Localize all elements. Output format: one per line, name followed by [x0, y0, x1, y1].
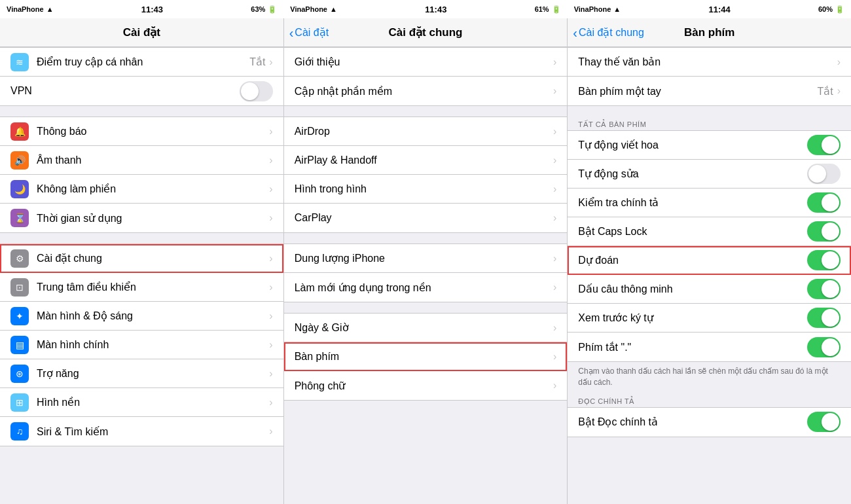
settings-item[interactable]: ♫Siri & Tìm kiếm›: [0, 417, 283, 446]
settings-item[interactable]: Tự động viết hoa: [568, 131, 851, 160]
status-right: 60% 🔋: [818, 5, 844, 14]
settings-item[interactable]: Hình trong hình›: [284, 175, 568, 204]
settings-item[interactable]: AirPlay & Handoff›: [284, 146, 568, 175]
settings-item[interactable]: Cập nhật phần mềm›: [284, 77, 568, 105]
status-time: 11:44: [708, 5, 730, 14]
nav-bar: ‹Cài đặt chungBàn phím: [568, 18, 851, 47]
settings-group: Ngày & Giờ›Bàn phím›Phông chữ›: [284, 313, 568, 401]
nav-bar: ‹Cài đặtCài đặt chung: [284, 18, 568, 47]
settings-item[interactable]: Bật Caps Lock: [568, 217, 851, 246]
chevron-icon: ›: [553, 281, 556, 293]
settings-item[interactable]: Giới thiệu›: [284, 48, 568, 77]
chevron-icon: ›: [837, 56, 841, 68]
settings-item[interactable]: CarPlay›: [284, 204, 568, 232]
status-bar-3: VinaPhone ▲ 11:44 60% 🔋: [568, 0, 851, 18]
status-left: VinaPhone ▲: [290, 5, 337, 13]
nav-title: Cài đặt: [123, 26, 160, 39]
battery-icon: 🔋: [552, 5, 561, 14]
settings-item[interactable]: Ngày & Giờ›: [284, 314, 568, 342]
item-label: Trợ năng: [37, 367, 269, 380]
settings-item[interactable]: Thay thế văn bản›: [568, 48, 851, 77]
item-label: VPN: [10, 85, 240, 97]
toggle-switch[interactable]: [807, 192, 841, 213]
item-label: Tự động sửa: [578, 168, 807, 180]
status-time: 11:43: [425, 5, 446, 14]
toggle-group: Tự động viết hoaTự động sửaKiểm tra chín…: [568, 130, 851, 362]
toggle-thumb: [822, 223, 839, 240]
settings-group: ⚙Cài đặt chung›⊡Trung tâm điều khiển›✦Mà…: [0, 243, 283, 446]
settings-item[interactable]: VPN: [0, 77, 283, 105]
toggle-switch[interactable]: [807, 308, 841, 328]
settings-item[interactable]: 🌙Không làm phiền›: [0, 175, 283, 204]
settings-item[interactable]: Xem trước ký tự: [568, 304, 851, 333]
battery-percent: 61%: [535, 5, 549, 13]
item-label: CarPlay: [295, 212, 553, 224]
toggle-switch[interactable]: [807, 250, 841, 270]
nav-back-button[interactable]: ‹Cài đặt: [289, 26, 329, 39]
battery-icon: 🔋: [835, 5, 844, 14]
item-icon: ⊛: [10, 365, 29, 383]
settings-item[interactable]: Tự động sửa: [568, 160, 851, 189]
settings-item[interactable]: ⊡Trung tâm điều khiển›: [0, 273, 283, 302]
item-label: Cập nhật phần mềm: [295, 85, 553, 98]
panel-1: Cài đặt≋Điểm truy cập cá nhânTắt›VPN🔔Thô…: [0, 18, 284, 504]
toggle-switch[interactable]: [807, 337, 841, 357]
settings-item[interactable]: 🔔Thông báo›: [0, 117, 283, 146]
settings-item[interactable]: Bàn phím›: [284, 342, 568, 371]
settings-item[interactable]: Kiểm tra chính tả: [568, 189, 851, 217]
chevron-icon: ›: [269, 368, 272, 380]
settings-item[interactable]: Làm mới ứng dụng trong nền›: [284, 273, 568, 302]
item-label: Siri & Tìm kiếm: [37, 425, 269, 438]
status-time: 11:43: [141, 5, 163, 14]
settings-item[interactable]: Dự đoán: [568, 246, 851, 275]
settings-item[interactable]: Phông chữ›: [284, 371, 568, 400]
item-label: Phím tắt ".": [578, 341, 807, 353]
settings-group: AirDrop›AirPlay & Handoff›Hình trong hìn…: [284, 117, 568, 233]
settings-item[interactable]: AirDrop›: [284, 117, 568, 146]
settings-item[interactable]: Dấu câu thông minh: [568, 275, 851, 304]
toggle-switch[interactable]: [240, 81, 273, 101]
settings-group: Dung lượng iPhone›Làm mới ứng dụng trong…: [284, 243, 568, 302]
nav-title: Bàn phím: [684, 26, 734, 39]
item-icon: ⊡: [10, 278, 29, 297]
settings-item[interactable]: ✦Màn hình & Độ sáng›: [0, 302, 283, 331]
item-label: Dung lượng iPhone: [295, 252, 553, 264]
battery-percent: 60%: [818, 5, 833, 13]
toggle-thumb: [822, 136, 839, 154]
settings-item[interactable]: ⊞Hình nền›: [0, 388, 283, 417]
nav-bar: Cài đặt: [0, 18, 283, 47]
nav-title: Cài đặt chung: [389, 26, 463, 39]
item-label: Bàn phím: [295, 351, 553, 363]
item-label: Thông báo: [37, 126, 269, 137]
toggle-switch[interactable]: [807, 135, 841, 155]
toggle-switch[interactable]: [807, 221, 841, 242]
settings-item[interactable]: Phím tắt ".": [568, 333, 851, 361]
settings-item[interactable]: Bàn phím một tayTắt›: [568, 77, 851, 105]
settings-item[interactable]: ⊛Trợ năng›: [0, 359, 283, 388]
settings-item[interactable]: ⌛Thời gian sử dụng›: [0, 204, 283, 232]
settings-item[interactable]: Bật Đọc chính tả: [568, 408, 851, 437]
settings-item[interactable]: ▤Màn hình chính›: [0, 331, 283, 359]
item-label: Phông chữ: [295, 380, 553, 392]
toggle-switch[interactable]: [807, 412, 841, 432]
item-label: Màn hình & Độ sáng: [37, 310, 269, 322]
toggle-thumb: [808, 165, 826, 183]
settings-item[interactable]: ⚙Cài đặt chung›: [0, 244, 283, 273]
toggle-switch[interactable]: [807, 279, 841, 299]
back-label: Cài đặt chung: [579, 26, 644, 39]
settings-item[interactable]: Dung lượng iPhone›: [284, 244, 568, 273]
toggle-switch[interactable]: [807, 164, 841, 184]
item-label: Thay thế văn bản: [578, 56, 837, 68]
chevron-icon: ›: [553, 85, 556, 97]
panel-content: Thay thế văn bản›Bàn phím một tayTắt›TẤT…: [568, 47, 851, 504]
item-icon: ⊞: [10, 393, 29, 412]
item-label: Điểm truy cập cá nhân: [37, 56, 249, 68]
nav-back-button[interactable]: ‹Cài đặt chung: [573, 26, 644, 39]
item-label: Kiểm tra chính tả: [578, 196, 807, 209]
item-label: Giới thiệu: [295, 56, 553, 68]
settings-item[interactable]: ≋Điểm truy cập cá nhânTắt›: [0, 48, 283, 77]
carrier: VinaPhone: [290, 5, 327, 13]
settings-item[interactable]: 🔊Âm thanh›: [0, 146, 283, 175]
item-value: Tắt: [249, 56, 265, 68]
carrier: VinaPhone: [574, 5, 611, 13]
